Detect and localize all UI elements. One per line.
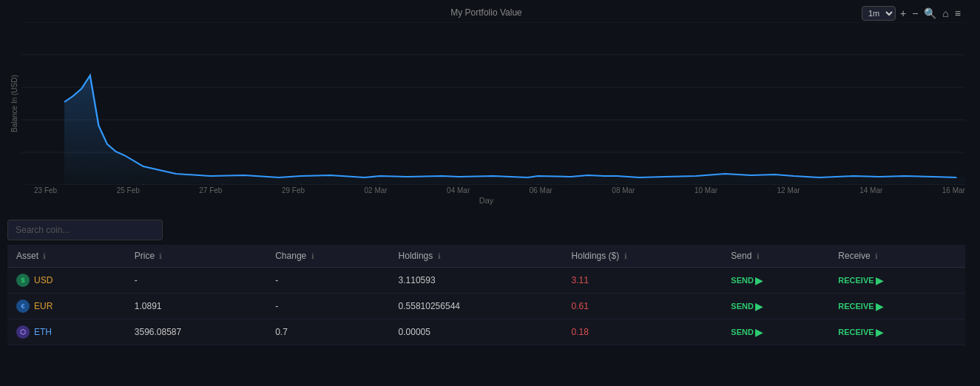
send-cell-eth: SEND ▶ <box>722 319 829 345</box>
chart-plot-area: 250 200 150 100 50 0 <box>21 22 965 185</box>
table-header-row: Asset ℹ Price ℹ Change ℹ Holdings ℹ Hold… <box>7 245 965 268</box>
chart-svg: 250 200 150 100 50 0 <box>21 22 965 185</box>
receive-arrow-eth: ▶ <box>876 327 883 338</box>
send-info-icon[interactable]: ℹ <box>757 252 760 260</box>
y-axis-label: Balance In (USD) <box>7 22 21 185</box>
x-label-6: 06 Mar <box>530 186 552 194</box>
x-label-3: 29 Feb <box>282 186 305 194</box>
col-header-send: Send ℹ <box>722 245 829 268</box>
search-section <box>0 212 980 245</box>
col-header-change: Change ℹ <box>266 245 389 268</box>
table-row: € EUR 1.0891 - 0.55810256544 0.61 SEND ▶ <box>7 294 965 319</box>
send-cell-usd: SEND ▶ <box>722 268 829 294</box>
holdings-dollar-eur: 0.61 <box>563 294 723 319</box>
x-label-4: 02 Mar <box>365 186 388 194</box>
col-header-holdings: Holdings ℹ <box>390 245 563 268</box>
receive-arrow-usd: ▶ <box>876 275 883 286</box>
send-button-eth[interactable]: SEND ▶ <box>731 327 763 338</box>
asset-icon-eur: € <box>16 299 30 313</box>
asset-name-eth: ETH <box>34 327 52 337</box>
x-axis-title: Day <box>7 196 965 205</box>
portfolio-table: Asset ℹ Price ℹ Change ℹ Holdings ℹ Hold… <box>7 245 965 345</box>
change-info-icon[interactable]: ℹ <box>311 252 314 260</box>
receive-label-eth: RECEIVE <box>838 328 873 336</box>
receive-button-usd[interactable]: RECEIVE ▶ <box>838 275 882 286</box>
zoom-out-button[interactable]: − <box>910 8 919 18</box>
search-input[interactable] <box>7 220 163 240</box>
asset-cell-usd: $ USD <box>7 268 126 294</box>
table-wrapper: Asset ℹ Price ℹ Change ℹ Holdings ℹ Hold… <box>0 245 980 345</box>
x-label-0: 23 Feb <box>34 186 57 194</box>
asset-icon-eth: ⬡ <box>16 325 30 339</box>
holdings-dollar-eth: 0.18 <box>563 319 723 345</box>
x-label-7: 08 Mar <box>612 186 635 194</box>
send-arrow-eth: ▶ <box>755 327 763 338</box>
price-eth: 3596.08587 <box>126 319 266 345</box>
chart-controls: 1m 3m 6m 1y All + − 🔍 ⌂ ≡ <box>862 6 962 21</box>
col-header-price: Price ℹ <box>126 245 266 268</box>
search-chart-button[interactable]: 🔍 <box>922 8 938 18</box>
x-label-10: 14 Mar <box>859 186 882 194</box>
holdings-usd-info-icon[interactable]: ℹ <box>624 252 627 260</box>
receive-cell-usd: RECEIVE ▶ <box>829 268 965 294</box>
change-eth: 0.7 <box>266 319 389 345</box>
receive-arrow-eur: ▶ <box>876 301 883 312</box>
receive-info-icon[interactable]: ℹ <box>875 252 878 260</box>
col-header-holdings-usd: Holdings ($) ℹ <box>563 245 723 268</box>
asset-name-eur: EUR <box>34 301 53 311</box>
x-label-5: 04 Mar <box>447 186 470 194</box>
asset-icon-usd: $ <box>16 274 30 287</box>
receive-label-usd: RECEIVE <box>838 276 873 285</box>
send-label-eth: SEND <box>731 328 754 336</box>
portfolio-chart-container: My Portfolio Value 1m 3m 6m 1y All + − 🔍… <box>0 0 980 212</box>
holdings-usd: 3.110593 <box>390 268 563 294</box>
x-label-9: 12 Mar <box>777 186 800 194</box>
send-label-usd: SEND <box>731 276 754 285</box>
x-axis-labels: 23 Feb 25 Feb 27 Feb 29 Feb 02 Mar 04 Ma… <box>7 185 965 194</box>
table-row: ⬡ ETH 3596.08587 0.7 0.00005 0.18 SEND ▶ <box>7 319 965 345</box>
table-row: $ USD - - 3.110593 3.11 SEND ▶ RECEIVE <box>7 268 965 294</box>
menu-chart-button[interactable]: ≡ <box>953 8 962 18</box>
send-cell-eur: SEND ▶ <box>722 294 829 319</box>
send-label-eur: SEND <box>731 302 754 311</box>
receive-cell-eur: RECEIVE ▶ <box>829 294 965 319</box>
send-arrow-usd: ▶ <box>755 275 763 286</box>
price-eur: 1.0891 <box>126 294 266 319</box>
x-label-2: 27 Feb <box>199 186 222 194</box>
col-header-asset: Asset ℹ <box>7 245 126 268</box>
time-range-select[interactable]: 1m 3m 6m 1y All <box>862 6 896 21</box>
zoom-in-button[interactable]: + <box>899 8 908 18</box>
holdings-info-icon[interactable]: ℹ <box>438 252 441 260</box>
asset-cell-eth: ⬡ ETH <box>7 319 126 345</box>
asset-info-icon[interactable]: ℹ <box>43 252 46 260</box>
receive-label-eur: RECEIVE <box>838 302 873 311</box>
x-label-11: 16 Mar <box>942 186 965 194</box>
home-chart-button[interactable]: ⌂ <box>941 8 950 18</box>
holdings-dollar-usd: 3.11 <box>563 268 723 294</box>
holdings-eur: 0.55810256544 <box>390 294 563 319</box>
col-header-receive: Receive ℹ <box>829 245 965 268</box>
x-label-8: 10 Mar <box>695 186 717 194</box>
price-usd: - <box>126 268 266 294</box>
change-eur: - <box>266 294 389 319</box>
chart-title: My Portfolio Value <box>7 7 965 18</box>
asset-cell-eur: € EUR <box>7 294 126 319</box>
send-button-usd[interactable]: SEND ▶ <box>731 275 763 286</box>
asset-name-usd: USD <box>34 275 53 285</box>
send-arrow-eur: ▶ <box>755 301 763 312</box>
receive-button-eur[interactable]: RECEIVE ▶ <box>838 301 882 312</box>
holdings-eth: 0.00005 <box>390 319 563 345</box>
price-info-icon[interactable]: ℹ <box>159 252 162 260</box>
change-usd: - <box>266 268 389 294</box>
x-label-1: 25 Feb <box>117 186 140 194</box>
receive-button-eth[interactable]: RECEIVE ▶ <box>838 327 882 338</box>
send-button-eur[interactable]: SEND ▶ <box>731 301 763 312</box>
chart-wrapper: Balance In (USD) 250 200 <box>7 22 965 185</box>
receive-cell-eth: RECEIVE ▶ <box>829 319 965 345</box>
